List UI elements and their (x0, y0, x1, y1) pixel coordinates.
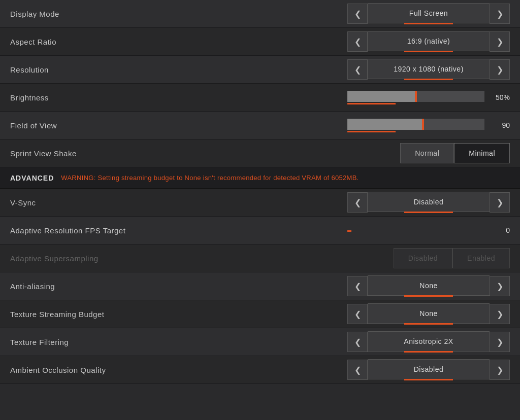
adaptive-supersampling-toggle: Disabled Enabled (347, 248, 510, 268)
resolution-underline (404, 79, 453, 80)
adaptive-supersampling-control: Disabled Enabled (285, 248, 510, 268)
anti-aliasing-value: None (368, 275, 490, 296)
anti-aliasing-underline (404, 295, 453, 297)
advanced-warning-text: WARNING: Setting streaming budget to Non… (61, 174, 359, 182)
display-mode-next-button[interactable]: ❯ (490, 4, 510, 24)
vsync-selector: ❮ Disabled ❯ (347, 192, 510, 214)
display-mode-control: ❮ Full Screen ❯ (285, 3, 510, 25)
sprint-view-shake-label: Sprint View Shake (10, 149, 285, 158)
ambient-occlusion-next-button[interactable]: ❯ (490, 360, 510, 380)
texture-filtering-control: ❮ Anisotropic 2X ❯ (285, 331, 510, 353)
anti-aliasing-control: ❮ None ❯ (285, 275, 510, 297)
adaptive-fps-underline (347, 230, 351, 232)
brightness-underline (347, 103, 396, 104)
vsync-label: V-Sync (10, 198, 285, 207)
brightness-track[interactable] (347, 91, 484, 102)
vsync-control: ❮ Disabled ❯ (285, 192, 510, 214)
texture-filtering-label: Texture Filtering (10, 338, 285, 346)
vsync-next-button[interactable]: ❯ (490, 192, 510, 213)
texture-filtering-underline (404, 351, 453, 353)
display-mode-value: Full Screen (368, 3, 490, 23)
texture-filtering-next-button[interactable]: ❯ (490, 332, 510, 352)
vsync-value-wrap: Disabled (368, 192, 490, 214)
aspect-ratio-prev-button[interactable]: ❮ (347, 31, 368, 52)
anti-aliasing-selector: ❮ None ❯ (347, 275, 510, 297)
anti-aliasing-prev-button[interactable]: ❮ (347, 276, 368, 296)
ambient-occlusion-prev-button[interactable]: ❮ (347, 360, 368, 380)
fov-control: 90 (285, 119, 510, 132)
fov-slider-control: 90 (347, 119, 510, 132)
anti-aliasing-label: Anti-aliasing (10, 282, 285, 291)
resolution-control: ❮ 1920 x 1080 (native) ❯ (285, 59, 510, 81)
texture-streaming-row: Texture Streaming Budget ❮ None ❯ (0, 300, 520, 328)
brightness-value: 50% (490, 93, 510, 101)
sprint-view-shake-row: Sprint View Shake Normal Minimal (0, 139, 520, 167)
resolution-value-wrap: 1920 x 1080 (native) (368, 59, 490, 81)
adaptive-fps-control: 0 (285, 226, 510, 234)
brightness-label: Brightness (10, 93, 285, 102)
fov-underline (347, 131, 396, 132)
texture-streaming-selector: ❮ None ❯ (347, 303, 510, 325)
aspect-ratio-label: Aspect Ratio (10, 38, 285, 46)
advanced-header: ADVANCED WARNING: Setting streaming budg… (0, 167, 520, 189)
fov-track-wrap (347, 119, 484, 132)
brightness-fill (347, 91, 416, 102)
fov-track[interactable] (347, 119, 484, 130)
texture-streaming-value-wrap: None (368, 303, 490, 325)
adaptive-fps-label: Adaptive Resolution FPS Target (10, 226, 285, 235)
brightness-track-wrap (347, 91, 484, 104)
vsync-value: Disabled (368, 192, 490, 212)
vsync-underline (404, 212, 453, 213)
aspect-ratio-value: 16:9 (native) (368, 31, 490, 51)
adaptive-supersampling-row: Adaptive Supersampling Disabled Enabled (0, 244, 520, 272)
display-mode-prev-button[interactable]: ❮ (347, 4, 368, 24)
texture-streaming-prev-button[interactable]: ❮ (347, 304, 368, 324)
ambient-occlusion-selector: ❮ Disabled ❯ (347, 359, 510, 381)
display-mode-value-wrap: Full Screen (368, 3, 490, 25)
display-mode-row: Display Mode ❮ Full Screen ❯ (0, 0, 520, 28)
brightness-thumb (415, 91, 417, 102)
vsync-prev-button[interactable]: ❮ (347, 192, 368, 213)
aspect-ratio-next-button[interactable]: ❯ (490, 31, 510, 52)
texture-streaming-next-button[interactable]: ❯ (490, 304, 510, 324)
ambient-occlusion-underline (404, 379, 453, 380)
sprint-shake-minimal-button[interactable]: Minimal (454, 143, 510, 163)
advanced-section-label: ADVANCED (10, 174, 54, 182)
anti-aliasing-next-button[interactable]: ❯ (490, 276, 510, 296)
fov-fill (347, 119, 423, 130)
sprint-shake-normal-button[interactable]: Normal (400, 143, 454, 163)
ambient-occlusion-value-wrap: Disabled (368, 359, 490, 381)
adaptive-supersampling-label: Adaptive Supersampling (10, 254, 285, 263)
ambient-occlusion-value: Disabled (368, 359, 490, 379)
brightness-slider-control: 50% (347, 91, 510, 104)
adaptive-supersampling-enabled-button[interactable]: Enabled (452, 248, 510, 268)
resolution-next-button[interactable]: ❯ (490, 59, 510, 80)
ambient-occlusion-control: ❮ Disabled ❯ (285, 359, 510, 381)
adaptive-fps-row: Adaptive Resolution FPS Target 0 (0, 217, 520, 244)
sprint-view-shake-control: Normal Minimal (285, 143, 510, 163)
aspect-ratio-selector: ❮ 16:9 (native) ❯ (347, 31, 510, 53)
resolution-value: 1920 x 1080 (native) (368, 59, 490, 79)
texture-streaming-value: None (368, 303, 490, 324)
texture-filtering-value-wrap: Anisotropic 2X (368, 331, 490, 353)
settings-container: Display Mode ❮ Full Screen ❯ Aspect Rati… (0, 0, 520, 384)
display-mode-underline (404, 23, 453, 24)
display-mode-selector: ❮ Full Screen ❯ (347, 3, 510, 25)
adaptive-fps-track-group (347, 229, 490, 232)
fov-thumb (422, 119, 424, 130)
adaptive-fps-slider-wrap: 0 (347, 226, 510, 234)
texture-streaming-label: Texture Streaming Budget (10, 310, 285, 319)
display-mode-label: Display Mode (10, 10, 285, 18)
ambient-occlusion-label: Ambient Occlusion Quality (10, 366, 285, 374)
aspect-ratio-underline (404, 51, 453, 52)
resolution-selector: ❮ 1920 x 1080 (native) ❯ (347, 59, 510, 81)
aspect-ratio-control: ❮ 16:9 (native) ❯ (285, 31, 510, 53)
vsync-row: V-Sync ❮ Disabled ❯ (0, 189, 520, 217)
fov-label: Field of View (10, 121, 285, 130)
texture-filtering-prev-button[interactable]: ❮ (347, 332, 368, 352)
brightness-row: Brightness 50% (0, 84, 520, 112)
adaptive-fps-value: 0 (495, 226, 510, 234)
fov-value: 90 (490, 121, 510, 129)
resolution-prev-button[interactable]: ❮ (347, 59, 368, 80)
adaptive-supersampling-disabled-button[interactable]: Disabled (394, 248, 452, 268)
